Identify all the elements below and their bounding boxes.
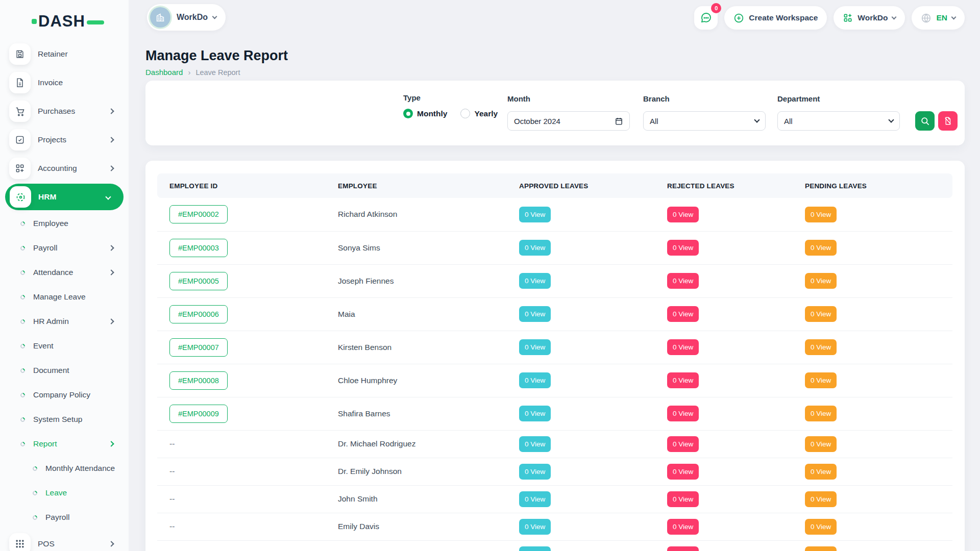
rejected-leaves-view-badge[interactable]: 0 View — [667, 372, 699, 388]
sidebar-item-employee[interactable]: Employee — [0, 211, 129, 236]
sidebar-item-payroll[interactable]: Payroll — [0, 505, 129, 530]
employee-id-chip[interactable]: #EMP00008 — [169, 371, 228, 390]
rejected-leaves-view-badge[interactable]: 0 View — [667, 339, 699, 355]
branch-label: Branch — [643, 94, 670, 103]
breadcrumb-dashboard-link[interactable]: Dashboard — [145, 68, 183, 77]
pending-leaves-view-badge[interactable]: 0 View — [805, 339, 837, 355]
approved-leaves-view-badge[interactable]: 0 View — [519, 240, 551, 256]
sidebar-item-label: Purchases — [38, 107, 75, 116]
table-row: #EMP00003Sonya Sims0 View0 View0 View — [157, 231, 952, 264]
messages-button[interactable]: 0 — [694, 6, 718, 30]
branch-select[interactable]: All — [643, 111, 766, 131]
approved-leaves-view-badge[interactable]: 0 View — [519, 491, 551, 507]
sidebar-item-accounting[interactable]: Accounting — [0, 154, 129, 183]
sidebar-item-company-policy[interactable]: Company Policy — [0, 383, 129, 407]
sidebar-item-hr-admin[interactable]: HR Admin — [0, 309, 129, 334]
pending-leaves-view-badge[interactable]: 0 View — [805, 464, 837, 480]
sidebar-item-label: Report — [33, 439, 57, 448]
sidebar-item-event[interactable]: Event — [0, 334, 129, 358]
approved-leaves-view-badge[interactable]: 0 View — [519, 464, 551, 480]
sidebar-item-hrm[interactable]: HRM — [5, 184, 124, 210]
employee-id-chip[interactable]: #EMP00003 — [169, 239, 228, 257]
sidebar-item-retainer[interactable]: Retainer — [0, 40, 129, 68]
employee-id-chip[interactable]: #EMP00005 — [169, 272, 228, 290]
sidebar-item-label: HRM — [38, 192, 56, 202]
rejected-leaves-view-badge[interactable]: 0 View — [667, 546, 699, 551]
sidebar-item-report[interactable]: Report — [0, 432, 129, 456]
language-selector[interactable]: EN — [912, 6, 965, 30]
grid-plus-icon — [843, 13, 853, 23]
create-workspace-button[interactable]: Create Workspace — [724, 6, 827, 30]
table-row: #EMP00002Richard Atkinson0 View0 View0 V… — [157, 198, 952, 231]
sidebar-item-manage-leave[interactable]: Manage Leave — [0, 285, 129, 309]
approved-leaves-view-badge[interactable]: 0 View — [519, 372, 551, 388]
approved-leaves-view-badge[interactable]: 0 View — [519, 546, 551, 551]
employee-name: Dr. Michael Rodriguez — [326, 430, 507, 458]
bullet-icon — [32, 514, 38, 521]
bullet-icon — [19, 441, 26, 447]
pending-leaves-view-badge[interactable]: 0 View — [805, 240, 837, 256]
sidebar-item-attendance[interactable]: Attendance — [0, 260, 129, 285]
approved-leaves-view-badge[interactable]: 0 View — [519, 436, 551, 452]
bullet-icon — [19, 416, 26, 423]
sidebar-item-invoice[interactable]: Invoice — [0, 68, 129, 97]
sidebar-item-purchases[interactable]: Purchases — [0, 97, 129, 126]
sidebar-item-label: POS — [38, 539, 55, 548]
sidebar-item-system-setup[interactable]: System Setup — [0, 407, 129, 432]
hrm-icon — [10, 186, 31, 208]
pending-leaves-view-badge[interactable]: 0 View — [805, 273, 837, 289]
pending-leaves-view-badge[interactable]: 0 View — [805, 436, 837, 452]
rejected-leaves-view-badge[interactable]: 0 View — [667, 464, 699, 480]
rejected-leaves-view-badge[interactable]: 0 View — [667, 406, 699, 421]
employee-name: Kirsten Benson — [326, 331, 507, 364]
pending-leaves-view-badge[interactable]: 0 View — [805, 372, 837, 388]
sidebar-item-document[interactable]: Document — [0, 358, 129, 383]
employee-id-chip[interactable]: #EMP00002 — [169, 205, 228, 223]
approved-leaves-view-badge[interactable]: 0 View — [519, 339, 551, 355]
approved-leaves-view-badge[interactable]: 0 View — [519, 519, 551, 535]
sidebar-item-monthly-attendance[interactable]: Monthly Attendance — [0, 456, 129, 481]
approved-leaves-view-badge[interactable]: 0 View — [519, 406, 551, 421]
brand-logo[interactable]: DASH — [32, 12, 104, 31]
approved-leaves-view-badge[interactable]: 0 View — [519, 306, 551, 322]
rejected-leaves-view-badge[interactable]: 0 View — [667, 240, 699, 256]
yearly-radio[interactable]: Yearly — [460, 109, 498, 118]
rejected-leaves-view-badge[interactable]: 0 View — [667, 207, 699, 222]
rejected-leaves-view-badge[interactable]: 0 View — [667, 273, 699, 289]
employee-id-chip[interactable]: #EMP00009 — [169, 405, 228, 423]
reset-filter-button[interactable] — [938, 111, 958, 131]
workspace-selector[interactable]: WorkDo — [147, 4, 226, 31]
rejected-leaves-view-badge[interactable]: 0 View — [667, 306, 699, 322]
pending-leaves-view-badge[interactable]: 0 View — [805, 519, 837, 535]
sidebar-item-projects[interactable]: Projects — [0, 126, 129, 154]
table-row: --John Smith0 View0 View0 View — [157, 485, 952, 513]
pending-leaves-view-badge[interactable]: 0 View — [805, 546, 837, 551]
chevron-right-icon — [108, 137, 114, 142]
bullet-icon — [19, 318, 26, 325]
monthly-radio[interactable]: Monthly — [403, 109, 447, 118]
employee-id-chip[interactable]: #EMP00007 — [169, 338, 228, 357]
month-input[interactable]: October 2024 — [507, 111, 630, 131]
pending-leaves-view-badge[interactable]: 0 View — [805, 207, 837, 222]
employee-id-chip[interactable]: #EMP00006 — [169, 305, 228, 323]
building-icon — [155, 12, 166, 23]
department-select[interactable]: All — [777, 111, 900, 131]
bullet-icon — [19, 343, 26, 349]
workdo-menu-button[interactable]: WorkDo — [834, 6, 905, 30]
leave-report-table: EMPLOYEE IDEMPLOYEEAPPROVED LEAVESREJECT… — [157, 173, 952, 551]
pending-leaves-view-badge[interactable]: 0 View — [805, 491, 837, 507]
table-header-row: EMPLOYEE IDEMPLOYEEAPPROVED LEAVESREJECT… — [157, 173, 952, 198]
employee-id-empty: -- — [169, 522, 175, 531]
pending-leaves-view-badge[interactable]: 0 View — [805, 406, 837, 421]
rejected-leaves-view-badge[interactable]: 0 View — [667, 519, 699, 535]
sidebar-item-leave[interactable]: Leave — [0, 481, 129, 505]
sidebar-item-payroll[interactable]: Payroll — [0, 236, 129, 260]
pending-leaves-view-badge[interactable]: 0 View — [805, 306, 837, 322]
workspace-label: WorkDo — [177, 13, 208, 22]
search-button[interactable] — [915, 111, 935, 131]
approved-leaves-view-badge[interactable]: 0 View — [519, 207, 551, 222]
sidebar-item-pos[interactable]: POS — [0, 530, 129, 551]
rejected-leaves-view-badge[interactable]: 0 View — [667, 491, 699, 507]
rejected-leaves-view-badge[interactable]: 0 View — [667, 436, 699, 452]
approved-leaves-view-badge[interactable]: 0 View — [519, 273, 551, 289]
